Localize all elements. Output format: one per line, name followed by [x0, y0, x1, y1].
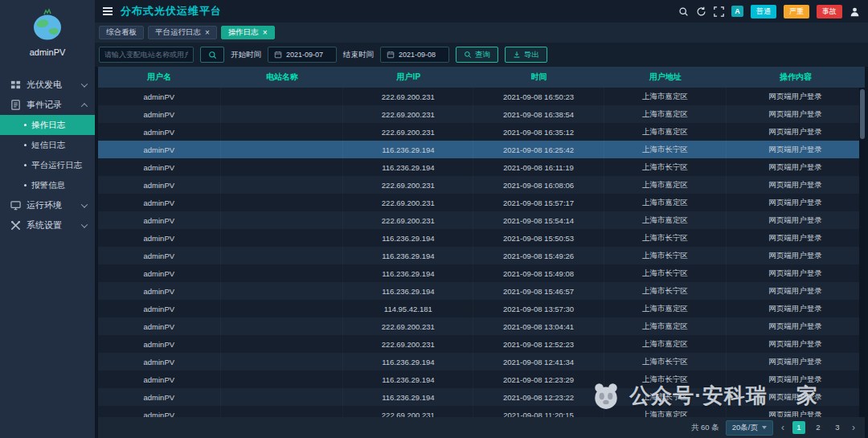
severity-normal-button[interactable]: 普通: [751, 5, 776, 18]
table-row[interactable]: adminPV222.69.200.2312021-09-08 16:35:12…: [98, 123, 865, 141]
total-count: 共 60 条: [691, 423, 719, 433]
table-cell-action: 网页端用户登录: [727, 229, 865, 247]
magnifier-icon: [208, 51, 217, 59]
column-header-address: 用户地址: [604, 67, 727, 88]
table-row[interactable]: adminPV116.236.29.1942021-09-08 12:41:34…: [98, 353, 865, 370]
chevron-down-icon: [81, 221, 88, 227]
menu-toggle-icon[interactable]: [103, 7, 113, 15]
fullscreen-icon[interactable]: [714, 6, 724, 17]
table-row[interactable]: adminPV116.236.29.1942021-09-08 16:25:42…: [98, 141, 865, 158]
tab-label: 综合看板: [106, 27, 137, 38]
sidebar-item-runtime-environment[interactable]: 运行环境: [0, 195, 95, 215]
table-cell-action: 网页端用户登录: [727, 211, 865, 229]
table-cell-station: [221, 264, 344, 282]
sidebar-item-pv-power[interactable]: 光伏发电: [0, 75, 95, 95]
search-button[interactable]: [200, 47, 224, 63]
table-cell-ip: 222.69.200.231: [343, 194, 473, 211]
table-row[interactable]: adminPV222.69.200.2312021-09-08 15:57:17…: [98, 194, 865, 211]
table-body: adminPV222.69.200.2312021-09-08 16:50:23…: [98, 88, 865, 417]
sidebar-subitem-label: 短信日志: [31, 140, 65, 151]
page-number-1[interactable]: 1: [792, 421, 805, 434]
tab-platform-run-log[interactable]: 平台运行日志 ×: [148, 26, 217, 39]
close-icon[interactable]: ×: [263, 29, 268, 37]
refresh-icon[interactable]: [696, 6, 706, 17]
sidebar: adminPV 光伏发电 事件记录 操作日志: [0, 0, 95, 438]
tab-operation-log[interactable]: 操作日志 ×: [221, 26, 275, 39]
table-row[interactable]: adminPV222.69.200.2312021-09-08 16:50:23…: [98, 88, 865, 105]
table-cell-action: 网页端用户登录: [727, 282, 865, 300]
table-cell-ip: 222.69.200.231: [343, 88, 473, 105]
tab-label: 平台运行日志: [155, 27, 201, 38]
table-row[interactable]: adminPV222.69.200.2312021-09-08 15:54:14…: [98, 211, 865, 229]
table-row[interactable]: adminPV222.69.200.2312021-09-08 11:20:15…: [98, 406, 865, 417]
severity-severe-button[interactable]: 严重: [784, 5, 809, 18]
sidebar-item-label: 运行环境: [27, 199, 62, 211]
table-row[interactable]: adminPV116.236.29.1942021-09-08 12:23:29…: [98, 370, 865, 388]
start-date-input[interactable]: 2021-09-07: [268, 47, 337, 63]
monitor-icon: [10, 200, 21, 211]
table-row[interactable]: adminPV114.95.42.1812021-09-08 13:57:30上…: [98, 300, 865, 317]
sidebar-item-sms-log[interactable]: 短信日志: [0, 135, 95, 155]
vertical-scrollbar[interactable]: [859, 88, 865, 417]
table-cell-time: 2021-09-08 15:50:53: [473, 229, 604, 247]
top-bar: 分布式光伏运维平台 A 普通 严重 事故: [95, 0, 868, 23]
column-header-user: 用户名: [98, 67, 221, 88]
scrollbar-thumb[interactable]: [860, 89, 865, 139]
table-cell-user: adminPV: [98, 105, 221, 123]
sidebar-item-operation-log[interactable]: 操作日志: [0, 115, 95, 135]
table-cell-user: adminPV: [98, 247, 221, 264]
prev-page-button[interactable]: ‹: [780, 422, 786, 433]
table-row[interactable]: adminPV222.69.200.2312021-09-08 16:38:54…: [98, 105, 865, 123]
page-number-2[interactable]: 2: [812, 421, 825, 434]
table-cell-ip: 222.69.200.231: [343, 123, 473, 141]
tools-icon: [10, 220, 21, 231]
table-row[interactable]: adminPV116.236.29.1942021-09-08 15:50:53…: [98, 229, 865, 247]
search-input[interactable]: [99, 47, 194, 63]
end-date-input[interactable]: 2021-09-08: [380, 47, 449, 63]
table-row[interactable]: adminPV222.69.200.2312021-09-08 13:04:41…: [98, 317, 865, 335]
table-cell-time: 2021-09-08 13:04:41: [473, 317, 604, 335]
sidebar-item-system-settings[interactable]: 系统设置: [0, 215, 95, 235]
page-number-3[interactable]: 3: [831, 421, 844, 434]
table-row[interactable]: adminPV222.69.200.2312021-09-08 12:52:23…: [98, 335, 865, 353]
table-cell-action: 网页端用户登录: [727, 406, 865, 417]
table-cell-action: 网页端用户登录: [727, 105, 865, 123]
start-time-label: 开始时间: [231, 50, 261, 60]
table-row[interactable]: adminPV116.236.29.1942021-09-08 15:46:57…: [98, 282, 865, 300]
bullet-dot-icon: [24, 144, 27, 146]
page-size-select[interactable]: 20条/页: [726, 420, 773, 436]
table-row[interactable]: adminPV116.236.29.1942021-09-08 15:49:26…: [98, 247, 865, 264]
table-row[interactable]: adminPV116.236.29.1942021-09-08 15:49:08…: [98, 264, 865, 282]
table-row[interactable]: adminPV116.236.29.1942021-09-08 12:23:22…: [98, 388, 865, 406]
table-cell-address: 上海市嘉定区: [604, 317, 727, 335]
query-button[interactable]: 查询: [456, 47, 498, 63]
sidebar-item-platform-run-log[interactable]: 平台运行日志: [0, 155, 95, 175]
sidebar-item-event-records[interactable]: 事件记录: [0, 95, 95, 115]
table-cell-ip: 116.236.29.194: [343, 229, 473, 247]
page-title: 分布式光伏运维平台: [121, 4, 222, 18]
table-cell-ip: 222.69.200.231: [343, 335, 473, 353]
table-cell-station: [221, 176, 344, 194]
table-cell-ip: 116.236.29.194: [343, 141, 473, 158]
tab-dashboard[interactable]: 综合看板: [99, 26, 144, 39]
table-cell-station: [221, 141, 344, 158]
table-cell-station: [221, 388, 344, 406]
pagination-bar: 共 60 条 20条/页 ‹ 1 2 3 ›: [98, 417, 865, 438]
search-icon[interactable]: [678, 6, 689, 17]
export-button[interactable]: 导出: [505, 47, 547, 63]
table-row[interactable]: adminPV222.69.200.2312021-09-08 16:08:06…: [98, 176, 865, 194]
severity-accident-button[interactable]: 事故: [817, 5, 842, 18]
table-cell-ip: 222.69.200.231: [343, 211, 473, 229]
table-cell-action: 网页端用户登录: [727, 388, 865, 406]
translate-icon[interactable]: A: [731, 6, 743, 17]
sidebar-item-label: 光伏发电: [27, 79, 62, 91]
table-cell-time: 2021-09-08 16:35:12: [473, 123, 604, 141]
next-page-button[interactable]: ›: [850, 422, 857, 433]
table-cell-user: adminPV: [98, 141, 221, 158]
column-header-ip: 用户IP: [343, 67, 473, 88]
table-row[interactable]: adminPV116.236.29.1942021-09-08 16:11:19…: [98, 158, 865, 176]
user-icon[interactable]: [850, 6, 860, 17]
table-cell-ip: 222.69.200.231: [343, 105, 473, 123]
close-icon[interactable]: ×: [205, 29, 210, 37]
sidebar-item-alarm-info[interactable]: 报警信息: [0, 175, 95, 195]
